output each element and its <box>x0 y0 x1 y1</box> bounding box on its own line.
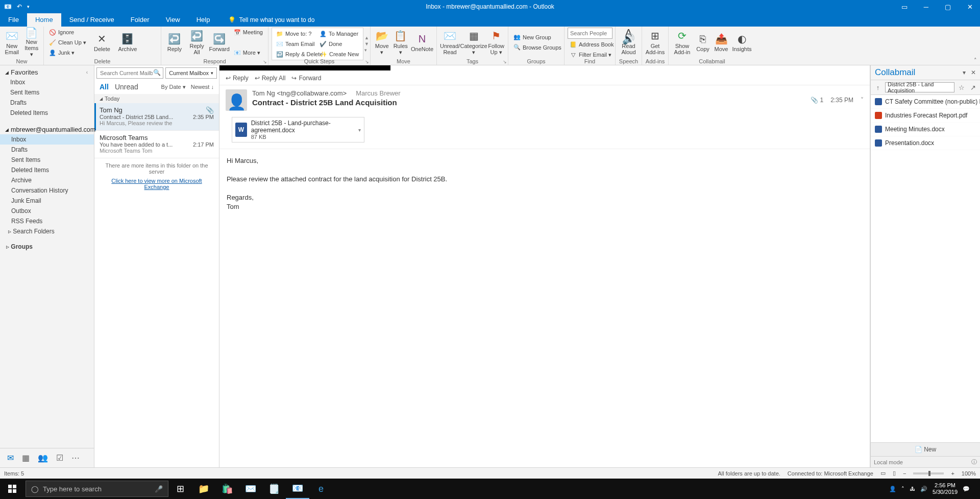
tray-up-icon[interactable]: ˄ <box>901 486 904 492</box>
search-icon[interactable]: 🔍 <box>153 69 161 76</box>
cleanup-button[interactable]: 🧹Clean Up ▾ <box>47 38 88 47</box>
fav-sent[interactable]: Sent Items <box>0 87 94 98</box>
tab-file[interactable]: File <box>0 13 27 27</box>
browse-groups-button[interactable]: 🔍Browse Groups <box>511 43 564 52</box>
file-explorer-icon[interactable]: 📁 <box>192 479 215 499</box>
ignore-button[interactable]: 🚫Ignore <box>47 28 88 37</box>
collab-minimize-icon[interactable]: ▾ <box>963 69 966 76</box>
minimize-button[interactable]: ─ <box>921 3 932 11</box>
attachment-card[interactable]: W District 25B - Land-purchase-agreement… <box>232 117 364 142</box>
qat-dropdown-icon[interactable]: ▾ <box>27 4 30 9</box>
junk-button[interactable]: 👤Junk ▾ <box>47 48 88 57</box>
zoom-in-button[interactable]: + <box>951 470 954 477</box>
sort-by-date[interactable]: By Date ▾ <box>161 84 186 90</box>
rp-reply-button[interactable]: ↩ Reply <box>226 75 249 82</box>
zoom-slider[interactable] <box>913 472 944 474</box>
onenote-button[interactable]: NOneNote <box>411 28 433 57</box>
move-button[interactable]: 📂Move ▾ <box>374 28 390 57</box>
more-nav-icon[interactable]: ⋯ <box>71 453 80 463</box>
people-tray-icon[interactable]: 👤 <box>889 486 896 492</box>
store-icon[interactable]: 🛍️ <box>215 479 239 499</box>
folder-drafts[interactable]: Drafts <box>0 145 94 155</box>
zoom-out-button[interactable]: − <box>903 470 906 477</box>
insights-button[interactable]: ◐Insights <box>731 28 752 57</box>
calendar-nav-icon[interactable]: ▦ <box>22 453 30 463</box>
rp-replyall-button[interactable]: ↩ Reply All <box>255 75 286 82</box>
view-reading-icon[interactable]: ▯ <box>893 470 896 477</box>
search-people-input[interactable] <box>568 28 612 39</box>
qs-done[interactable]: ✔️Done <box>317 39 361 49</box>
folder-junk[interactable]: Junk Email <box>0 196 94 206</box>
qs-to-manager[interactable]: 👤To Manager <box>317 29 361 38</box>
app-icon[interactable]: 🗒️ <box>262 479 286 499</box>
get-addins-button[interactable]: ⊞Get Add-ins <box>645 28 665 57</box>
view-more-exchange-link[interactable]: Click here to view more on Microsoft Exc… <box>99 178 215 190</box>
collab-copy-button[interactable]: ⎘Copy <box>695 28 711 57</box>
maximize-button[interactable]: ▢ <box>942 3 954 11</box>
tasks-nav-icon[interactable]: ☑ <box>56 453 63 463</box>
action-center-icon[interactable]: 💬 <box>963 486 970 492</box>
qs-move-to[interactable]: 📁Move to: ? <box>274 29 317 38</box>
view-normal-icon[interactable]: ▭ <box>880 470 886 477</box>
tags-launcher[interactable]: ↘ <box>503 59 507 64</box>
folder-rss[interactable]: RSS Feeds <box>0 216 94 226</box>
collab-item-2[interactable]: Meeting Minutes.docx <box>871 123 980 136</box>
qs-launcher[interactable]: ↘ <box>365 59 369 64</box>
meeting-button[interactable]: 📅Meeting <box>232 28 265 37</box>
task-view-icon[interactable]: ⊞ <box>168 479 192 499</box>
folder-search-folders[interactable]: ▹ Search Folders <box>0 226 94 236</box>
unread-button[interactable]: ✉️Unread/ Read <box>440 28 460 57</box>
collab-close-icon[interactable]: ✕ <box>971 69 976 76</box>
tab-home[interactable]: Home <box>27 13 61 27</box>
attachment-dropdown-icon[interactable]: ▾ <box>358 127 361 133</box>
collapse-ribbon-icon[interactable]: ˄ <box>974 57 977 64</box>
rp-forward-button[interactable]: ↪ Forward <box>291 75 321 82</box>
tab-send-receive[interactable]: Send / Receive <box>61 13 122 27</box>
edge-icon[interactable]: e <box>309 479 333 499</box>
message-item-1[interactable]: Microsoft Teams You have been added to a… <box>94 131 219 158</box>
folder-deleted[interactable]: Deleted Items <box>0 165 94 175</box>
folder-outbox[interactable]: Outbox <box>0 206 94 216</box>
show-addin-button[interactable]: ⟳Show Add-in <box>672 28 693 57</box>
filter-unread[interactable]: Unread <box>115 83 138 91</box>
fav-deleted[interactable]: Deleted Items <box>0 108 94 118</box>
rules-button[interactable]: 📋Rules ▾ <box>392 28 408 57</box>
collab-move-button[interactable]: 📤Move <box>713 28 729 57</box>
taskbar-clock[interactable]: 2:56 PM 5/30/2019 <box>933 482 958 495</box>
mic-icon[interactable]: 🎤 <box>155 485 163 493</box>
collab-path-field[interactable]: District 25B - Land Acquisition <box>885 82 954 92</box>
folder-inbox[interactable]: Inbox <box>0 134 94 145</box>
tell-me-search[interactable]: 💡 Tell me what you want to do <box>218 16 314 23</box>
read-aloud-button[interactable]: A🔊Read Aloud <box>619 28 639 57</box>
new-email-button[interactable]: ✉️ New Email <box>3 28 21 57</box>
qs-more[interactable]: ▾ <box>364 47 369 53</box>
tab-help[interactable]: Help <box>188 13 218 27</box>
folder-archive[interactable]: Archive <box>0 175 94 185</box>
tab-folder[interactable]: Folder <box>122 13 158 27</box>
collab-item-1[interactable]: Industries Forecast Report.pdf <box>871 109 980 123</box>
undo-icon[interactable]: ↶ <box>17 3 22 10</box>
search-scope-dropdown[interactable]: Current Mailbox▾ <box>165 67 217 79</box>
message-item-0[interactable]: Tom Ng📎 Contract - District 25B Land...2… <box>94 103 219 131</box>
ribbon-display-options-icon[interactable]: ▭ <box>898 3 911 11</box>
collab-up-icon[interactable]: ↑ <box>874 84 882 91</box>
fav-inbox[interactable]: Inbox <box>0 77 94 87</box>
close-button[interactable]: ✕ <box>964 3 976 11</box>
message-expand-icon[interactable]: ˅ <box>861 97 864 104</box>
qs-down[interactable]: ▼ <box>364 41 369 46</box>
date-group-today[interactable]: ◢Today <box>94 94 219 103</box>
start-button[interactable] <box>0 479 24 499</box>
address-book-button[interactable]: 📒Address Book <box>568 40 616 49</box>
collab-new-button[interactable]: 📄 New <box>871 442 980 456</box>
qs-up[interactable]: ▲ <box>364 35 369 40</box>
categorize-button[interactable]: ▦Categorize ▾ <box>462 28 485 57</box>
filter-all[interactable]: All <box>100 83 109 91</box>
tab-view[interactable]: View <box>158 13 188 27</box>
reply-button[interactable]: ↩️Reply <box>164 28 185 57</box>
volume-tray-icon[interactable]: 🔊 <box>920 486 927 492</box>
network-tray-icon[interactable]: 🖧 <box>910 486 915 492</box>
taskbar-search[interactable]: ◯ Type here to search 🎤 <box>26 481 168 497</box>
outlook-taskbar-icon[interactable]: 📧 <box>286 479 309 499</box>
mail-app-icon[interactable]: ✉️ <box>239 479 262 499</box>
groups-header[interactable]: ▹ Groups <box>0 242 94 252</box>
